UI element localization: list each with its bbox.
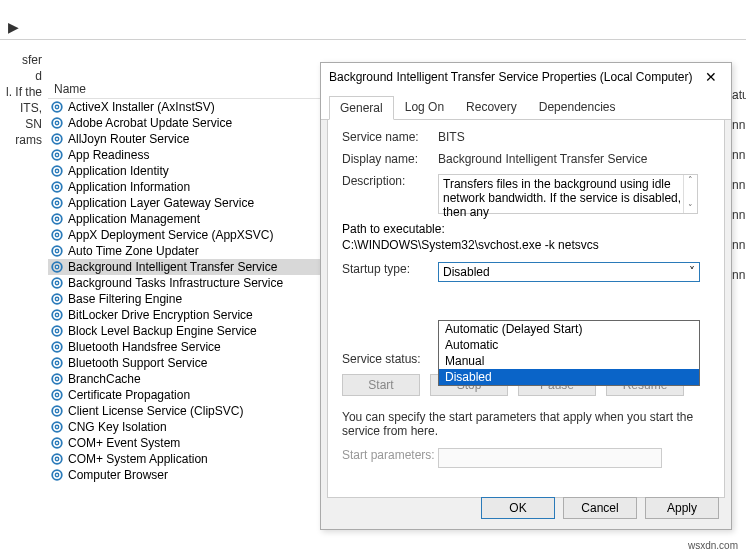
dropdown-option[interactable]: Manual <box>439 353 699 369</box>
gear-icon <box>50 452 64 466</box>
gear-icon <box>50 276 64 290</box>
column-header-name[interactable]: Name <box>48 80 328 99</box>
list-item[interactable]: CNG Key Isolation <box>48 419 328 435</box>
svg-point-9 <box>55 169 59 173</box>
svg-point-11 <box>55 185 59 189</box>
service-name: App Readiness <box>68 148 149 162</box>
start-params-note: You can specify the start parameters tha… <box>342 410 710 438</box>
svg-point-15 <box>55 217 59 221</box>
gear-icon <box>50 196 64 210</box>
list-item[interactable]: Application Management <box>48 211 328 227</box>
dropdown-option[interactable]: Disabled <box>439 369 699 385</box>
service-name: Application Identity <box>68 164 169 178</box>
truncated-status: nnin <box>732 200 746 230</box>
startup-type-dropdown[interactable]: Automatic (Delayed Start)AutomaticManual… <box>438 320 700 386</box>
list-item[interactable]: ActiveX Installer (AxInstSV) <box>48 99 328 115</box>
list-item[interactable]: AppX Deployment Service (AppXSVC) <box>48 227 328 243</box>
description-box[interactable]: Transfers files in the background using … <box>438 174 698 214</box>
apply-button[interactable]: Apply <box>645 497 719 519</box>
svg-point-1 <box>55 105 59 109</box>
tab-recovery[interactable]: Recovery <box>455 95 528 119</box>
startup-type-select[interactable]: Disabled ˅ <box>438 262 700 282</box>
gear-icon <box>50 132 64 146</box>
tab-log-on[interactable]: Log On <box>394 95 455 119</box>
list-item[interactable]: Adobe Acrobat Update Service <box>48 115 328 131</box>
start-button[interactable]: Start <box>342 374 420 396</box>
list-item[interactable]: BranchCache <box>48 371 328 387</box>
service-name: ActiveX Installer (AxInstSV) <box>68 100 215 114</box>
list-item[interactable]: Bluetooth Handsfree Service <box>48 339 328 355</box>
close-icon[interactable]: ✕ <box>699 69 723 85</box>
list-item[interactable]: BitLocker Drive Encryption Service <box>48 307 328 323</box>
list-item[interactable]: Background Tasks Infrastructure Service <box>48 275 328 291</box>
services-list[interactable]: Name ActiveX Installer (AxInstSV)Adobe A… <box>48 80 328 550</box>
list-item[interactable]: Base Filtering Engine <box>48 291 328 307</box>
truncated-status: nnin <box>732 140 746 170</box>
list-item[interactable]: Block Level Backup Engine Service <box>48 323 328 339</box>
chevron-down-icon[interactable]: ˅ <box>684 203 697 213</box>
truncated-status: atus <box>732 80 746 110</box>
dialog-title: Background Intelligent Transfer Service … <box>329 70 693 84</box>
service-name: Base Filtering Engine <box>68 292 182 306</box>
svg-point-23 <box>55 281 59 285</box>
chevron-up-icon[interactable]: ˄ <box>684 175 697 185</box>
start-params-input[interactable] <box>438 448 662 468</box>
list-item[interactable]: Bluetooth Support Service <box>48 355 328 371</box>
cancel-button[interactable]: Cancel <box>563 497 637 519</box>
dropdown-option[interactable]: Automatic (Delayed Start) <box>439 321 699 337</box>
description-scrollbar[interactable]: ˄˅ <box>683 175 697 213</box>
status-column-cutoff: atusnninnninnninnninnninnnin <box>732 80 746 290</box>
svg-point-35 <box>55 377 59 381</box>
service-name: Application Layer Gateway Service <box>68 196 254 210</box>
list-item[interactable]: Background Intelligent Transfer Service <box>48 259 328 275</box>
gear-icon <box>50 308 64 322</box>
list-item[interactable]: Auto Time Zone Updater <box>48 243 328 259</box>
list-item[interactable]: Application Information <box>48 179 328 195</box>
gear-icon <box>50 244 64 258</box>
service-name: COM+ Event System <box>68 436 180 450</box>
gear-icon <box>50 436 64 450</box>
svg-point-29 <box>55 329 59 333</box>
svg-point-39 <box>55 409 59 413</box>
list-item[interactable]: Application Layer Gateway Service <box>48 195 328 211</box>
play-icon[interactable]: ▶ <box>6 17 21 37</box>
list-item[interactable]: AllJoyn Router Service <box>48 131 328 147</box>
gear-icon <box>50 388 64 402</box>
gear-icon <box>50 148 64 162</box>
gear-icon <box>50 180 64 194</box>
service-name: Auto Time Zone Updater <box>68 244 199 258</box>
tab-dependencies[interactable]: Dependencies <box>528 95 627 119</box>
list-item[interactable]: Certificate Propagation <box>48 387 328 403</box>
svg-point-41 <box>55 425 59 429</box>
truncated-text: sfer <box>0 52 42 68</box>
tab-strip: GeneralLog OnRecoveryDependencies <box>321 91 731 120</box>
list-item[interactable]: Application Identity <box>48 163 328 179</box>
general-panel: Service name:BITS Display name:Backgroun… <box>327 120 725 498</box>
dropdown-option[interactable]: Automatic <box>439 337 699 353</box>
list-item[interactable]: COM+ Event System <box>48 435 328 451</box>
list-item[interactable]: COM+ System Application <box>48 451 328 467</box>
list-item[interactable]: App Readiness <box>48 147 328 163</box>
service-name-label: Service name: <box>342 130 438 144</box>
svg-point-33 <box>55 361 59 365</box>
truncated-text: d <box>0 68 42 84</box>
list-item[interactable]: Client License Service (ClipSVC) <box>48 403 328 419</box>
gear-icon <box>50 356 64 370</box>
svg-point-21 <box>55 265 59 269</box>
service-name: AppX Deployment Service (AppXSVC) <box>68 228 273 242</box>
svg-point-45 <box>55 457 59 461</box>
gear-icon <box>50 292 64 306</box>
tab-general[interactable]: General <box>329 96 394 120</box>
svg-point-13 <box>55 201 59 205</box>
service-status-label: Service status: <box>342 352 438 366</box>
gear-icon <box>50 164 64 178</box>
top-toolbar: ▶ <box>0 0 746 40</box>
ok-button[interactable]: OK <box>481 497 555 519</box>
list-item[interactable]: Computer Browser <box>48 467 328 483</box>
truncated-status: nnin <box>732 260 746 290</box>
truncated-status: nnin <box>732 170 746 200</box>
svg-point-17 <box>55 233 59 237</box>
service-name: Application Information <box>68 180 190 194</box>
service-name: CNG Key Isolation <box>68 420 167 434</box>
svg-point-31 <box>55 345 59 349</box>
